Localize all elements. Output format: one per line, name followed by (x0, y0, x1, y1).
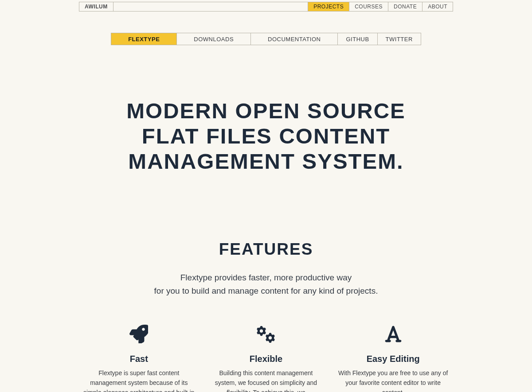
nav-spacer (113, 2, 308, 11)
hero-line-3: MANAGEMENT SYSTEM. (128, 149, 403, 173)
tab-twitter[interactable]: TWITTER (378, 33, 421, 45)
font-icon (336, 324, 450, 344)
hero-line-2: FLAT FILES CONTENT (142, 124, 390, 148)
features-subtitle-line-1: Flextype provides faster, more productiv… (180, 273, 352, 282)
brand-logo[interactable]: AWILUM (79, 2, 113, 11)
feature-grid: Fast Flextype is super fast content mana… (80, 324, 452, 392)
feature-easy-editing-desc: With Flextype you are free to use any of… (336, 369, 450, 392)
nav-item-projects[interactable]: PROJECTS (308, 2, 349, 11)
feature-easy-editing-title: Easy Editing (336, 354, 450, 364)
top-navigation: AWILUM PROJECTS COURSES DONATE ABOUT (79, 2, 453, 12)
gears-icon (210, 324, 323, 344)
feature-fast-desc: Flextype is super fast content managemen… (82, 369, 196, 392)
sub-navigation: FLEXTYPE DOWNLOADS DOCUMENTATION GITHUB … (0, 33, 532, 45)
features-subtitle: Flextype provides faster, more productiv… (0, 271, 532, 297)
features-title: FEATURES (0, 240, 532, 259)
tab-documentation[interactable]: DOCUMENTATION (251, 33, 338, 45)
feature-flexible: Flexible Building this content managemen… (207, 324, 325, 392)
nav-item-courses[interactable]: COURSES (349, 2, 388, 11)
nav-item-about[interactable]: ABOUT (422, 2, 453, 11)
tab-github[interactable]: GITHUB (338, 33, 377, 45)
feature-fast: Fast Flextype is super fast content mana… (80, 324, 198, 392)
features-subtitle-line-2: for you to build and manage content for … (154, 286, 378, 295)
feature-flexible-title: Flexible (210, 354, 323, 364)
hero-title: MODERN OPEN SOURCE FLAT FILES CONTENT MA… (0, 98, 532, 174)
feature-easy-editing: Easy Editing With Flextype you are free … (334, 324, 452, 392)
rocket-icon (82, 324, 196, 344)
tab-downloads[interactable]: DOWNLOADS (177, 33, 251, 45)
tab-flextype[interactable]: FLEXTYPE (111, 33, 177, 45)
hero-section: MODERN OPEN SOURCE FLAT FILES CONTENT MA… (0, 98, 532, 174)
feature-flexible-desc: Building this content management system,… (210, 369, 323, 392)
feature-fast-title: Fast (82, 354, 196, 364)
nav-item-donate[interactable]: DONATE (388, 2, 422, 11)
hero-line-1: MODERN OPEN SOURCE (126, 99, 406, 123)
features-section: FEATURES Flextype provides faster, more … (0, 240, 532, 392)
